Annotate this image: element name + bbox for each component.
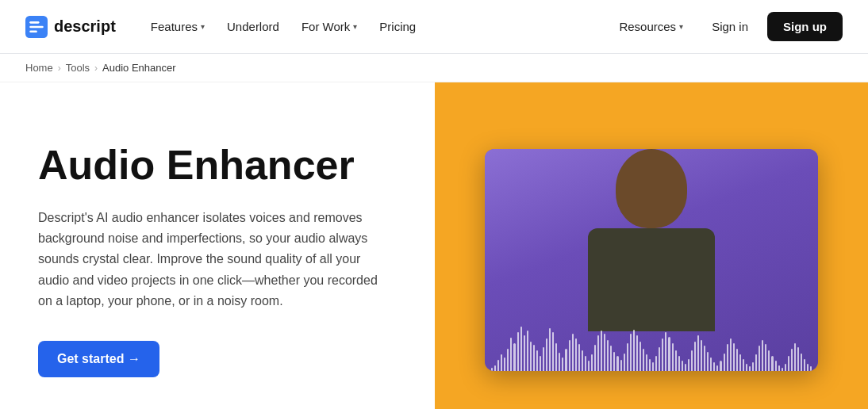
for-work-chevron-icon: ▾ <box>353 22 357 31</box>
nav-underlord[interactable]: Underlord <box>217 13 289 40</box>
wave-bar <box>530 342 532 371</box>
wave-bar <box>759 346 760 371</box>
wave-bar <box>682 361 683 371</box>
nav-links: Features ▾ Underlord For Work ▾ Pricing <box>141 13 610 40</box>
breadcrumb-home[interactable]: Home <box>25 62 53 74</box>
wave-bar <box>765 344 766 371</box>
breadcrumb-sep-1: › <box>58 63 61 74</box>
wave-bar <box>616 356 618 371</box>
video-card <box>485 149 818 371</box>
wave-bar <box>804 359 805 371</box>
wave-bar <box>755 354 757 371</box>
wave-bar <box>491 368 493 371</box>
wave-bar <box>659 347 660 371</box>
hero-right <box>435 82 868 409</box>
wave-bar <box>630 334 632 371</box>
wave-bar <box>691 350 693 371</box>
wave-bar <box>713 362 715 371</box>
wave-bar <box>627 343 628 371</box>
person-body <box>588 228 715 331</box>
wave-bar <box>562 357 563 371</box>
wave-bar <box>688 359 689 371</box>
wave-bar <box>768 350 770 371</box>
svg-rect-2 <box>29 25 44 28</box>
wave-bar <box>559 353 560 371</box>
wave-bar <box>730 338 732 371</box>
wave-bar <box>649 359 651 371</box>
wave-bar <box>565 349 567 371</box>
descript-logo-icon <box>25 16 48 38</box>
wave-bar <box>536 350 538 371</box>
svg-rect-1 <box>29 21 39 24</box>
wave-bar <box>582 350 583 371</box>
breadcrumb-tools[interactable]: Tools <box>66 62 90 74</box>
hero-left: Audio Enhancer Descript's AI audio enhan… <box>0 82 435 409</box>
signin-button[interactable]: Sign in <box>699 13 761 40</box>
wave-bar <box>736 349 738 371</box>
wave-bar <box>527 331 528 371</box>
wave-bar <box>597 335 599 371</box>
wave-bar <box>624 354 625 371</box>
person-head <box>616 149 687 228</box>
wave-bar <box>501 354 502 371</box>
wave-bar <box>533 345 535 371</box>
wave-bar <box>572 334 574 371</box>
wave-bar <box>801 354 802 371</box>
person-figure <box>564 149 739 339</box>
wave-bar <box>610 346 612 371</box>
wave-bar <box>739 354 741 371</box>
wave-bar <box>752 362 754 371</box>
wave-bar <box>555 343 557 371</box>
wave-bar <box>510 338 512 371</box>
wave-bar <box>733 343 735 371</box>
nav-pricing[interactable]: Pricing <box>370 13 425 40</box>
wave-bar <box>749 366 751 371</box>
wave-bar <box>633 330 635 371</box>
logo-link[interactable]: descript <box>25 16 116 38</box>
wave-bar <box>724 354 725 371</box>
wave-bar <box>569 340 570 371</box>
wave-bar <box>494 365 496 371</box>
wave-bar <box>697 335 699 371</box>
hero-description: Descript's AI audio enhancer isolates vo… <box>38 208 384 312</box>
wave-bar <box>504 357 505 371</box>
nav-for-work[interactable]: For Work ▾ <box>292 13 367 40</box>
wave-bar <box>655 356 657 371</box>
features-chevron-icon: ▾ <box>201 22 205 31</box>
hero-title: Audio Enhancer <box>38 143 384 188</box>
wave-bar <box>788 356 789 371</box>
main-nav: descript Features ▾ Underlord For Work ▾… <box>0 0 868 54</box>
svg-rect-3 <box>29 30 37 32</box>
wave-bar <box>720 361 721 371</box>
video-person <box>485 149 818 371</box>
wave-bar <box>639 342 641 371</box>
wave-bar <box>694 342 696 371</box>
wave-bar <box>675 350 677 371</box>
wave-bar <box>607 340 609 371</box>
wave-bar <box>778 365 780 371</box>
wave-bar <box>704 346 705 371</box>
wave-bar <box>707 352 709 371</box>
signup-button[interactable]: Sign up <box>767 12 843 41</box>
wave-bar <box>710 357 712 371</box>
wave-bar <box>591 354 593 371</box>
wave-bar <box>588 361 590 371</box>
wave-bar <box>665 332 666 371</box>
wave-bar <box>636 335 638 371</box>
wave-bar <box>646 354 647 371</box>
wave-bar <box>807 364 808 371</box>
wave-bar <box>513 343 515 371</box>
wave-bar <box>652 362 654 371</box>
wave-bar <box>520 327 522 371</box>
wave-bar <box>716 365 718 371</box>
wave-bar <box>507 349 509 371</box>
nav-features[interactable]: Features ▾ <box>141 13 214 40</box>
nav-resources[interactable]: Resources ▾ <box>609 13 693 40</box>
get-started-button[interactable]: Get started → <box>38 341 159 377</box>
wave-bar <box>549 328 551 371</box>
wave-bar <box>601 331 602 371</box>
wave-bar <box>701 340 702 371</box>
wave-bar <box>775 361 777 371</box>
logo-text: descript <box>54 17 116 36</box>
wave-bar <box>762 340 763 371</box>
